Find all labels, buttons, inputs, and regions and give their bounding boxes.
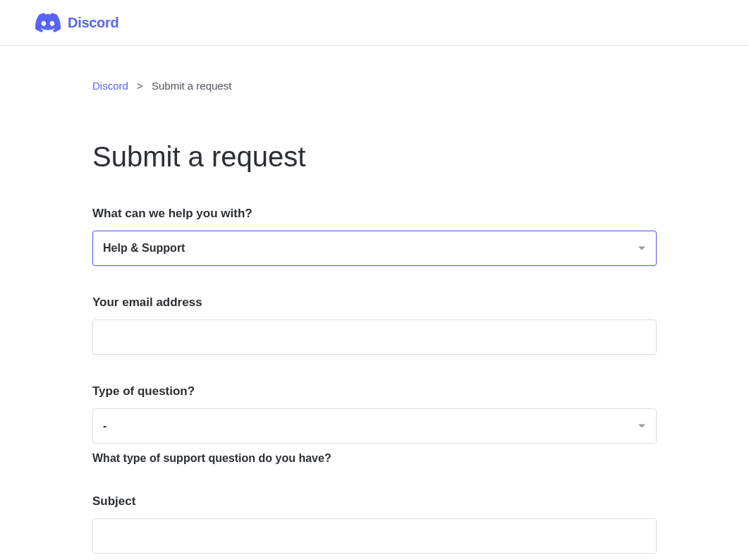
brand-name: Discord	[68, 15, 118, 31]
email-field[interactable]	[92, 319, 657, 355]
main-container: Discord > Submit a request Submit a requ…	[85, 46, 664, 560]
brand-logo[interactable]: Discord	[35, 13, 118, 32]
question-type-label: Type of question?	[92, 384, 657, 398]
header: Discord	[0, 0, 749, 46]
help-with-group: What can we help you with? Help & Suppor…	[92, 207, 657, 266]
page-title: Submit a request	[92, 141, 657, 173]
discord-icon	[35, 13, 61, 32]
help-with-select-wrapper: Help & Support	[92, 231, 657, 266]
email-group: Your email address	[92, 296, 657, 355]
subject-field[interactable]	[92, 518, 657, 554]
question-type-value: -	[103, 420, 106, 432]
question-type-group: Type of question? - What type of support…	[92, 384, 657, 465]
subject-group: Subject	[92, 494, 657, 554]
chevron-down-icon	[638, 425, 645, 428]
help-with-label: What can we help you with?	[92, 207, 657, 221]
subject-label: Subject	[92, 494, 657, 509]
chevron-down-icon	[638, 247, 645, 250]
help-with-value: Help & Support	[103, 242, 185, 255]
breadcrumb-separator: >	[137, 80, 143, 92]
breadcrumb-current: Submit a request	[152, 80, 231, 92]
help-with-select[interactable]: Help & Support	[92, 231, 657, 266]
email-label: Your email address	[92, 296, 657, 310]
breadcrumb: Discord > Submit a request	[92, 80, 657, 92]
question-type-select[interactable]: -	[92, 408, 657, 444]
question-type-help: What type of support question do you hav…	[92, 452, 657, 465]
question-type-select-wrapper: -	[92, 408, 657, 444]
breadcrumb-home-link[interactable]: Discord	[92, 80, 128, 92]
